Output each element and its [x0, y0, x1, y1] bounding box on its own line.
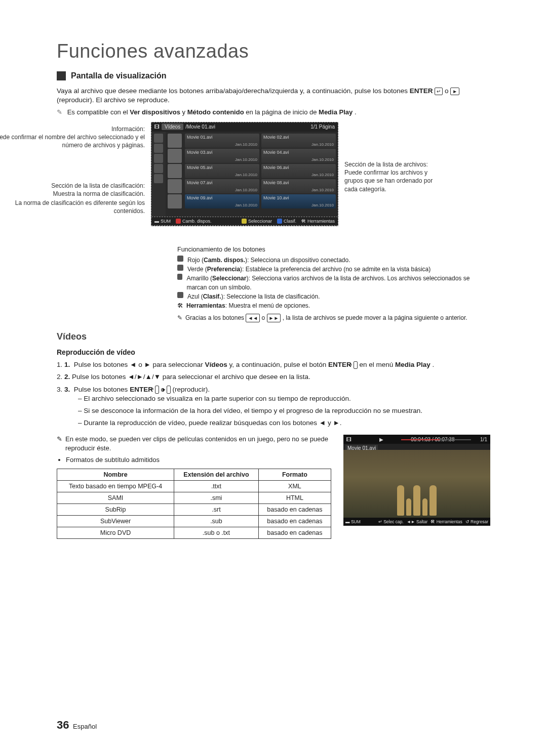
subtitle-table: Nombre Extensión del archivo Formato Tex… [57, 469, 331, 539]
file-name: Movie 10.avi [263, 195, 289, 200]
step-2: 2. Pulse los botones ◄/►/▲/▼ para selecc… [57, 372, 490, 382]
intro-paragraph: Vaya al archivo que desee mediante los b… [57, 87, 490, 105]
file-thumb [168, 149, 182, 163]
cell-ext: .srt [174, 504, 259, 516]
compat-g: . [355, 108, 357, 116]
mp-file-list: Movie 01.aviJan.10.2010 Movie 02.aviJan.… [166, 132, 338, 217]
file-date: Jan.10.2010 [311, 203, 334, 207]
ops-t-bold: Herramientas [186, 302, 225, 309]
play-state-icon: ▶ [379, 437, 383, 442]
key-d: Clasif. [277, 219, 296, 224]
fastforward-icon: ►► [267, 314, 281, 322]
play-note: ✎ En este modo, se pueden ver clips de p… [57, 435, 331, 452]
red-key-icon [176, 219, 181, 224]
videos-title: Vídeos [57, 331, 490, 342]
s1-f: Media Play [395, 361, 431, 368]
mp-path: /Movie 01.avi [185, 124, 215, 130]
cell-fmt: basado en cadenas [258, 516, 331, 527]
enter-label: ENTER [410, 87, 433, 95]
giraffe-shape [406, 498, 411, 516]
cell-fmt: basado en cadenas [258, 504, 331, 516]
file-cell: Movie 01.aviJan.10.2010 [185, 134, 259, 148]
file-name: Movie 05.avi [187, 165, 213, 170]
cell-name: Micro DVD [57, 527, 174, 539]
enter-icon: ↵ [435, 88, 443, 96]
file-name: Movie 03.avi [187, 150, 213, 155]
tools-label: 🛠 Herramientas [301, 219, 335, 224]
callout-files: Sección de la lista de archivos: Puede c… [344, 160, 433, 193]
ops-d-post: ): Seleccione la lista de clasificación. [221, 293, 320, 300]
play-note-text: En este modo, se pueden ver clips de pel… [65, 435, 331, 452]
th-name: Nombre [57, 469, 174, 481]
file-cell: Movie 06.aviJan.10.2010 [261, 164, 336, 178]
callout-class: Sección de la lista de clasificación: Mu… [0, 182, 145, 198]
sort-icon [154, 154, 163, 163]
button-operations: Funcionamiento de los botones Rojo (Camb… [177, 245, 490, 322]
video-icon: 🎞 [154, 124, 160, 130]
yellow-key-icon [242, 219, 247, 224]
vp-page: 1/1 [480, 437, 487, 442]
s1-c: y, a continuación, pulse el botón [229, 361, 328, 368]
file-cell: Movie 08.aviJan.10.2010 [261, 179, 336, 193]
key-d-label: Clasif. [284, 219, 296, 224]
mp-body: Movie 01.aviJan.10.2010 Movie 02.aviJan.… [151, 132, 338, 217]
file-date: Jan.10.2010 [235, 188, 257, 192]
media-play-screen: 🎞 Vídeos /Movie 01.avi 1/1 Página Movie … [151, 122, 338, 226]
vp-ret-text: Regresar [471, 519, 488, 524]
video-playback-preview: 🎞 ▶ 00:04:03 / 00:07:38 1/1 Movie 01.avi… [343, 435, 490, 526]
media-play-diagram: Información: Puede confirmar el nombre d… [57, 122, 490, 236]
file-cell: Movie 04.aviJan.10.2010 [261, 149, 336, 163]
file-cell: Movie 03.aviJan.10.2010 [185, 149, 259, 163]
mp-tab: Vídeos [162, 123, 183, 130]
play-icon: ► [450, 88, 459, 96]
ops-b-post: ): Establece la preferencia del archivo … [240, 266, 431, 273]
hand-icon: ✎ [57, 435, 62, 452]
table-row: SAMI.smiHTML [57, 492, 331, 504]
page-title: Funciones avanzadas [57, 40, 490, 62]
ops-d-pre: Azul ( [187, 293, 203, 300]
intro-text-b: o [445, 87, 450, 95]
mp-footer: ▬ SUM Camb. dispos. Seleccionar Clasif. … [151, 217, 338, 226]
vp-return: ↺ Regresar [465, 519, 488, 524]
callout-class-title: Sección de la lista de clasificación: [51, 182, 145, 189]
tools-icon: 🛠 [177, 301, 183, 310]
ops-row-tools: 🛠Herramientas: Muestra el menú de opcion… [177, 301, 490, 310]
file-cell: Movie 09.aviJan.10.2010 [185, 194, 259, 208]
section-heading: Pantalla de visualización [57, 71, 490, 80]
cell-ext: .smi [174, 492, 259, 504]
videos-subhead: Reproducción de vídeo [57, 348, 490, 356]
mp-sidebar [151, 132, 166, 217]
bullet-3: Durante la reproducción de vídeo, puede … [78, 418, 490, 428]
file-name: Movie 06.avi [263, 165, 289, 170]
page-lang: Español [73, 723, 97, 730]
sort-icon [154, 174, 163, 183]
video-steps: 1. Pulse los botones ◄ o ► para seleccio… [57, 360, 490, 428]
file-name: Movie 08.avi [263, 180, 289, 185]
ops-d-bold: Clasif. [203, 293, 221, 300]
giraffe-shape [422, 498, 427, 516]
giraffe-shape [413, 485, 420, 516]
table-row: SubViewer.subbasado en cadenas [57, 516, 331, 527]
file-date: Jan.10.2010 [235, 142, 257, 147]
ops-note-b: o [262, 314, 267, 321]
ops-a-bold: Camb. dispos. [204, 257, 245, 264]
file-date: Jan.10.2010 [235, 173, 257, 177]
table-header-row: Nombre Extensión del archivo Formato [57, 469, 331, 481]
mp-page: 1/1 Página [310, 124, 335, 130]
sort-icon [154, 164, 163, 173]
page-num-value: 36 [57, 719, 69, 731]
step-3: 3. Pulse los botones ENTER ↵ o ► (reprod… [57, 385, 490, 428]
sum-label: ▬ SUM [154, 219, 171, 224]
cell-ext: .sub [174, 516, 259, 527]
rewind-icon: ◄◄ [246, 314, 260, 322]
file-date: Jan.10.2010 [311, 188, 334, 192]
file-name: Movie 04.avi [263, 150, 289, 155]
cell-fmt: HTML [258, 492, 331, 504]
compat-f: Media Play [319, 108, 353, 116]
file-date: Jan.10.2010 [311, 142, 334, 147]
vp-sel-text: Selec cap. [383, 519, 404, 524]
step-1: 1. Pulse los botones ◄ o ► para seleccio… [57, 360, 490, 369]
key-a-icon [177, 256, 183, 262]
tools-text: Herramientas [307, 219, 335, 224]
cell-fmt: basado en cadenas [258, 527, 331, 539]
